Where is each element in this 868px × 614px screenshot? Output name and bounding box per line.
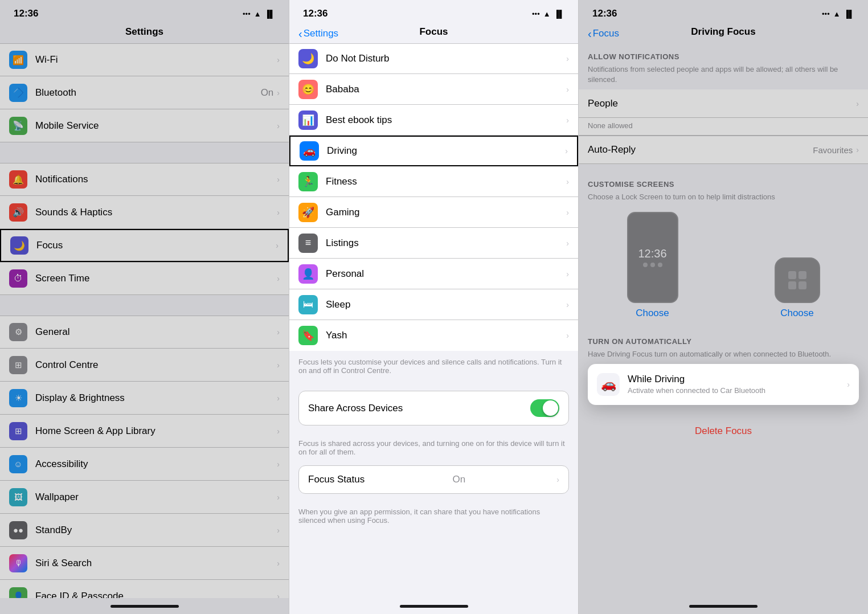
gaming-icon: 🚀 <box>298 203 318 222</box>
mobile-icon-glyph: 📡 <box>13 120 24 131</box>
settings-item-notifications[interactable]: 🔔 Notifications › <box>0 163 289 196</box>
driving-nav-header: ‹ Focus Driving Focus <box>579 24 868 43</box>
wallpaper-chevron: › <box>277 493 280 502</box>
focus-status-desc: When you give an app permission, it can … <box>289 503 578 525</box>
signal-icon-2: ••• <box>532 10 540 18</box>
app-grid-icon <box>786 269 809 292</box>
homescreen-icon-bg: ⊞ <box>9 422 27 440</box>
settings-item-general[interactable]: ⚙ General › <box>0 316 289 349</box>
svg-rect-1 <box>799 271 806 279</box>
focus-item-bababa[interactable]: 😊 Bababa › <box>289 74 578 105</box>
settings-item-wallpaper[interactable]: 🖼 Wallpaper › <box>0 481 289 514</box>
settings-item-homescreen[interactable]: ⊞ Home Screen & App Library › <box>0 415 289 448</box>
controlcentre-label: Control Centre <box>35 359 277 371</box>
share-row[interactable]: Share Across Devices <box>298 391 569 425</box>
focus-item-personal[interactable]: 👤 Personal › <box>289 259 578 289</box>
wifi-icon-3: ▲ <box>833 10 841 18</box>
focus-item-donotdisturb[interactable]: 🌙 Do Not Disturb › <box>289 43 578 74</box>
listings-chevron: › <box>566 239 569 248</box>
siri-icon-glyph: 🎙 <box>14 558 23 568</box>
delete-focus-button[interactable]: Delete Focus <box>695 425 752 436</box>
people-none-value: None allowed <box>588 121 633 130</box>
status-bar-1: 12:36 ••• ▲ ▐▌ <box>0 0 289 24</box>
auto-reply-chevron: › <box>856 145 859 154</box>
sleep-chevron: › <box>566 300 569 309</box>
accessibility-label: Accessibility <box>35 459 277 470</box>
phone-dot-3 <box>658 263 662 267</box>
donotdisturb-icon-glyph: 🌙 <box>302 52 314 65</box>
settings-item-siri[interactable]: 🎙 Siri & Search › <box>0 547 289 580</box>
focus-status-row[interactable]: Focus Status On › <box>298 465 569 494</box>
focus-item-bestebook[interactable]: 📊 Best ebook tips › <box>289 105 578 136</box>
notifications-label: Notifications <box>35 174 277 185</box>
share-toggle[interactable] <box>530 399 559 417</box>
share-label: Share Across Devices <box>308 403 403 414</box>
bluetooth-icon-glyph: 🔷 <box>13 87 24 98</box>
panel-driving-focus: 12:36 ••• ▲ ▐▌ ‹ Focus Driving Focus ALL… <box>579 0 868 614</box>
choose-button-2[interactable]: Choose <box>780 308 814 319</box>
focus-icon-bg: 🌙 <box>10 236 28 255</box>
home-indicator-2 <box>400 605 468 608</box>
siri-chevron: › <box>277 559 280 568</box>
gap-2 <box>0 295 289 316</box>
while-driving-title: While Driving <box>628 374 847 385</box>
focus-back-button[interactable]: ‹ Settings <box>298 28 338 39</box>
while-driving-chevron: › <box>847 380 850 389</box>
customise-section: CUSTOMISE SCREENS Choose a Lock Screen t… <box>579 164 868 207</box>
focus-item-yash[interactable]: 🔖 Yash › <box>289 320 578 351</box>
wallpaper-icon-bg: 🖼 <box>9 488 27 506</box>
fitness-icon-glyph: 🏃 <box>302 175 314 188</box>
notifications-chevron: › <box>277 175 280 184</box>
focus-item-listings[interactable]: ≡ Listings › <box>289 228 578 259</box>
driving-back-label: Focus <box>593 28 619 39</box>
wifi-icon-2: ▲ <box>543 10 551 18</box>
wifi-icon: ▲ <box>254 10 261 18</box>
donotdisturb-icon: 🌙 <box>298 49 318 68</box>
settings-item-mobile[interactable]: 📡 Mobile Service › <box>0 109 289 142</box>
settings-item-sounds[interactable]: 🔊 Sounds & Haptics › <box>0 196 289 229</box>
driving-title: Driving Focus <box>691 26 755 37</box>
status-bar-3: 12:36 ••• ▲ ▐▌ <box>579 0 868 24</box>
while-driving-icon: 🚗 <box>597 373 620 396</box>
settings-item-wifi[interactable]: 📶 Wi-Fi › <box>0 43 289 76</box>
focus-item-fitness[interactable]: 🏃 Fitness › <box>289 166 578 197</box>
settings-item-controlcentre[interactable]: ⊞ Control Centre › <box>0 349 289 382</box>
while-driving-subtitle: Activate when connected to Car Bluetooth <box>628 386 847 395</box>
settings-item-focus[interactable]: 🌙 Focus › <box>0 229 289 262</box>
choose-button-1[interactable]: Choose <box>636 308 669 319</box>
settings-item-faceid[interactable]: 👤 Face ID & Passcode › <box>0 580 289 598</box>
notifications-section: 🔔 Notifications › 🔊 Sounds & Haptics › 🌙… <box>0 163 289 262</box>
panel-settings: 12:36 ••• ▲ ▐▌ Settings 📶 Wi-Fi › 🔷 <box>0 0 289 614</box>
settings-item-screentime[interactable]: ⏱ Screen Time › <box>0 262 289 295</box>
settings-item-display[interactable]: ☀ Display & Brightness › <box>0 382 289 415</box>
fitness-chevron: › <box>566 177 569 186</box>
battery-icon: ▐▌ <box>265 10 275 18</box>
settings-item-standby[interactable]: ●● StandBy › <box>0 514 289 547</box>
general-label: General <box>35 326 277 338</box>
focus-status-label: Focus Status <box>308 474 365 485</box>
settings-item-accessibility[interactable]: ☺ Accessibility › <box>0 448 289 481</box>
standby-icon-bg: ●● <box>9 521 27 539</box>
siri-icon-bg: 🎙 <box>9 554 27 572</box>
settings-item-bluetooth[interactable]: 🔷 Bluetooth On › <box>0 76 289 109</box>
homescreen-label: Home Screen & App Library <box>35 425 277 437</box>
svg-rect-0 <box>788 271 796 279</box>
wifi-icon-glyph: 📶 <box>13 55 24 66</box>
focus-chevron: › <box>276 241 279 250</box>
while-driving-popup[interactable]: 🚗 While Driving Activate when connected … <box>588 364 859 405</box>
focus-label: Focus <box>36 240 276 251</box>
focus-item-sleep[interactable]: 🛏 Sleep › <box>289 289 578 320</box>
mobile-chevron: › <box>277 121 280 130</box>
battery-icon-2: ▐▌ <box>554 10 564 18</box>
people-label: People <box>588 98 856 109</box>
phone-screen-1: 12:36 <box>627 212 678 303</box>
phone-time-display: 12:36 <box>638 247 666 260</box>
auto-reply-value: Favourites <box>813 145 853 155</box>
focus-item-driving[interactable]: 🚗 Driving › <box>289 136 578 166</box>
phone-dot-2 <box>650 263 655 267</box>
auto-reply-row[interactable]: Auto-Reply Favourites › <box>579 136 868 164</box>
focus-item-gaming[interactable]: 🚀 Gaming › <box>289 197 578 228</box>
driving-back-button[interactable]: ‹ Focus <box>588 28 619 39</box>
people-row[interactable]: People › <box>579 89 868 118</box>
bestebook-label: Best ebook tips <box>326 114 566 126</box>
